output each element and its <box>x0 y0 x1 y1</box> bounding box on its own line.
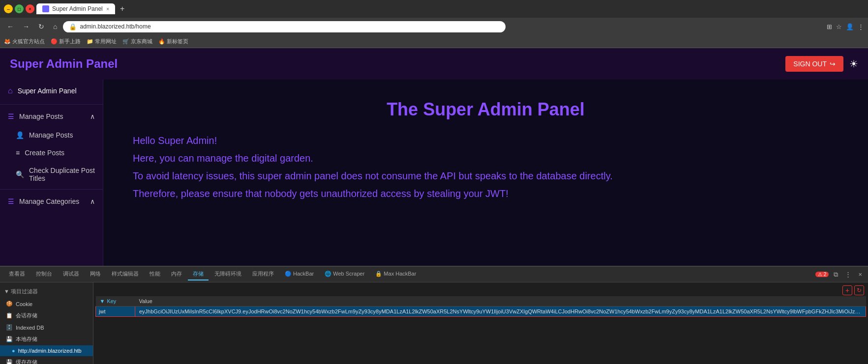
cache-label: 缓存存储 <box>16 359 37 364</box>
sidebar-item-create-posts[interactable]: ≡ Create Posts <box>8 144 103 162</box>
active-tab[interactable]: Super Admin Panel × <box>36 3 115 14</box>
security-icon: 🔒 <box>69 23 77 30</box>
error-badge: ⚠ 2 <box>815 272 829 277</box>
bookmark-button[interactable]: ☆ <box>836 23 842 30</box>
close-window-button[interactable]: × <box>26 4 34 13</box>
add-storage-item-button[interactable]: + <box>842 285 852 295</box>
localstorage-url-label: http://admin.blazorized.htb <box>18 348 82 354</box>
devtools-right-controls: ⚠ 2 ⧉ ⋮ × <box>815 270 864 280</box>
localstorage-dot-icon: ● <box>12 348 15 354</box>
home-icon: ⌂ <box>8 86 13 95</box>
tab-application[interactable]: 应用程序 <box>247 268 279 280</box>
tab-console[interactable]: 控制台 <box>31 268 57 280</box>
session-label: 会话存储 <box>16 312 37 319</box>
devtools-main-area: + ↻ ▼ Key Value <box>93 282 868 364</box>
categories-menu-icon: ☰ <box>8 197 14 205</box>
table-row[interactable]: jwt eyJhbGciOiJIUzUxMiIsInR5cCI6IkpXVCJ9… <box>96 307 866 317</box>
app-title: Super Admin Panel <box>10 57 118 71</box>
sidebar-section-manage-categories[interactable]: ☰ Manage Categories ∧ <box>0 192 103 211</box>
bookmark-jd[interactable]: 🛒 京东商城 <box>122 38 152 45</box>
bookmark-newtab[interactable]: 🔥 新标签页 <box>158 38 188 45</box>
storage-sidebar-cache[interactable]: 💾 缓存存储 <box>0 356 93 364</box>
value-column-header: Value <box>135 296 866 307</box>
check-duplicate-label: Check Duplicate Post Titles <box>29 167 95 182</box>
storage-sidebar-indexeddb[interactable]: 🗄️ Indexed DB <box>0 322 93 333</box>
devtools-close-button[interactable]: × <box>856 270 864 279</box>
more-button[interactable]: ⋮ <box>858 23 864 30</box>
tab-web-scraper[interactable]: 🌐 Web Scraper <box>320 269 369 280</box>
maximize-button[interactable]: □ <box>15 4 24 13</box>
app-container: Super Admin Panel SIGN OUT ↪ ☀ ⌂ Super A… <box>0 48 868 364</box>
key-column-header: ▼ Key <box>96 296 135 307</box>
sort-icon: ▼ <box>100 298 105 304</box>
app-header: Super Admin Panel SIGN OUT ↪ ☀ <box>0 48 868 80</box>
bookmark-newbie[interactable]: 🔴 新手上路 <box>51 38 81 45</box>
app-body: ⌂ Super Admin Panel ☰ Manage Posts ∧ 👤 M… <box>0 80 868 266</box>
devtools-tabs-bar: 查看器 控制台 调试器 网络 样式编辑器 性能 内存 存储 无障碍环境 应用程序… <box>0 267 868 282</box>
minimize-button[interactable]: – <box>4 4 13 13</box>
profile-button[interactable]: 👤 <box>846 23 854 30</box>
devtools-copy-button[interactable]: ⧉ <box>832 270 840 280</box>
back-button[interactable]: ← <box>4 22 17 31</box>
storage-sidebar-localstorage-url[interactable]: ● http://admin.blazorized.htb <box>0 345 93 356</box>
session-icon: 📋 <box>6 312 13 319</box>
body-line-1: Hello Super Admin! <box>133 132 838 149</box>
new-tab-button[interactable]: + <box>117 4 127 13</box>
devtools-action-bar: + ↻ <box>95 284 866 296</box>
storage-sidebar-localstorage[interactable]: 💾 本地存储 <box>0 333 93 345</box>
storage-sidebar-cookie[interactable]: 🍪 Cookie <box>0 298 93 309</box>
tab-storage[interactable]: 存储 <box>188 268 209 280</box>
bookmark-common[interactable]: 📁 常用网址 <box>87 38 117 45</box>
create-posts-icon: ≡ <box>16 149 20 157</box>
tab-title: Super Admin Panel <box>52 5 103 12</box>
tab-network[interactable]: 网络 <box>85 268 106 280</box>
devtools-filter-bar: ▼ 项目过滤器 <box>0 284 93 298</box>
sidebar-home-label: Super Admin Panel <box>18 87 77 95</box>
url-text: admin.blazorized.htb/home <box>80 23 150 30</box>
cache-icon: 💾 <box>6 359 13 364</box>
sidebar-item-home[interactable]: ⌂ Super Admin Panel <box>0 80 103 102</box>
sidebar: ⌂ Super Admin Panel ☰ Manage Posts ∧ 👤 M… <box>0 80 103 266</box>
body-line-4: Therefore, please ensure that nobody get… <box>133 185 838 202</box>
nav-bar: ← → ↻ ⌂ 🔒 admin.blazorized.htb/home ⊞ ☆ … <box>0 18 868 35</box>
devtools-panel: 查看器 控制台 调试器 网络 样式编辑器 性能 内存 存储 无障碍环境 应用程序… <box>0 266 868 364</box>
tab-debugger[interactable]: 调试器 <box>58 268 84 280</box>
sidebar-item-check-duplicate[interactable]: 🔍 Check Duplicate Post Titles <box>8 162 103 187</box>
refresh-button[interactable]: ↻ <box>35 22 47 31</box>
manage-posts-sub-label: Manage Posts <box>29 131 73 139</box>
tab-memory[interactable]: 内存 <box>166 268 187 280</box>
sign-out-button[interactable]: SIGN OUT ↪ <box>785 56 843 72</box>
manage-categories-section-left: ☰ Manage Categories <box>8 197 79 205</box>
sidebar-section-manage-posts[interactable]: ☰ Manage Posts ∧ <box>0 107 103 126</box>
sidebar-item-manage-posts[interactable]: 👤 Manage Posts <box>8 126 103 144</box>
tab-hackbar[interactable]: 🔵 HackBar <box>280 269 319 280</box>
devtools-content: ▼ 项目过滤器 🍪 Cookie 📋 会话存储 🗄️ Indexed DB 💾 … <box>0 282 868 364</box>
storage-table: ▼ Key Value jwt eyJhbGciOiJI <box>95 296 866 317</box>
sidebar-divider-2 <box>0 189 103 190</box>
bookmarks-bar: 🦊 火狐官方站点 🔴 新手上路 📁 常用网址 🛒 京东商城 🔥 新标签页 <box>0 35 868 48</box>
sign-out-icon: ↪ <box>830 60 836 68</box>
browser-chrome: – □ × Super Admin Panel × + ← → ↻ ⌂ 🔒 ad… <box>0 0 868 48</box>
refresh-storage-button[interactable]: ↻ <box>854 285 864 295</box>
forward-button[interactable]: → <box>20 22 32 31</box>
theme-toggle-button[interactable]: ☀ <box>849 58 858 70</box>
tab-inspector[interactable]: 查看器 <box>4 268 30 280</box>
storage-sidebar-session[interactable]: 📋 会话存储 <box>0 309 93 322</box>
address-bar[interactable]: 🔒 admin.blazorized.htb/home <box>63 21 506 32</box>
tab-close-button[interactable]: × <box>106 6 109 12</box>
indexeddb-icon: 🗄️ <box>6 324 13 331</box>
home-button[interactable]: ⌂ <box>50 22 60 31</box>
main-content: The Super Admin Panel Hello Super Admin!… <box>103 80 868 266</box>
extensions-button[interactable]: ⊞ <box>827 23 832 30</box>
body-line-3: To avoid latency issues, this super admi… <box>133 167 838 185</box>
manage-posts-section-label: Manage Posts <box>19 112 63 120</box>
devtools-more-button[interactable]: ⋮ <box>843 270 853 279</box>
bookmark-firefox[interactable]: 🦊 火狐官方站点 <box>4 38 45 45</box>
tab-accessibility[interactable]: 无障碍环境 <box>210 268 246 280</box>
chevron-up-icon-2: ∧ <box>90 197 95 205</box>
tab-style-editor[interactable]: 样式编辑器 <box>107 268 144 280</box>
tab-max-hackbar[interactable]: 🔒 Max HackBar <box>370 269 421 280</box>
tab-performance[interactable]: 性能 <box>145 268 165 280</box>
tab-bar: – □ × Super Admin Panel × + <box>0 0 868 18</box>
tab-favicon <box>42 5 49 12</box>
